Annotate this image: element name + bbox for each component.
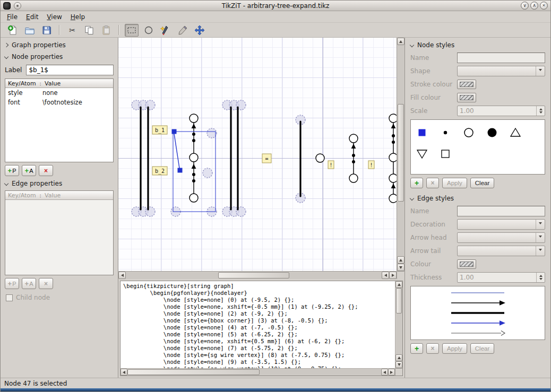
spin-up-icon[interactable]: [539, 273, 543, 277]
menu-view[interactable]: View: [42, 12, 66, 22]
canvas-horizontal-scrollbar[interactable]: [118, 271, 397, 279]
scroll-right-button[interactable]: [388, 369, 395, 376]
add-node-tool-button[interactable]: [142, 24, 156, 37]
edge-style-list[interactable]: [410, 286, 545, 340]
ghost-nodes[interactable]: [132, 100, 305, 216]
draw-tool-button[interactable]: [176, 24, 190, 37]
edge-styles-header[interactable]: Edge styles: [409, 194, 546, 203]
apply-node-styles-button[interactable]: Apply: [442, 178, 467, 188]
scroll-track[interactable]: [127, 369, 381, 376]
graph-wires[interactable]: [141, 107, 300, 210]
cut-button[interactable]: ✂: [65, 24, 79, 37]
cell-value[interactable]: \footnotesize: [42, 99, 113, 106]
canvas-vertical-scrollbar[interactable]: [397, 38, 404, 271]
scroll-down-button[interactable]: [397, 264, 404, 271]
node-styles-header[interactable]: Node styles: [409, 40, 546, 50]
edge-properties-table[interactable]: Key/Atom : Value: [5, 190, 114, 275]
scale-value-input[interactable]: [458, 107, 536, 115]
spin-down-icon[interactable]: [539, 111, 543, 115]
graph-drawing[interactable]: b_1 b_2 = !: [118, 38, 397, 271]
clear-edge-styles-button[interactable]: Clear: [470, 343, 494, 354]
edge-style-item[interactable]: [411, 288, 545, 298]
edge-style-item[interactable]: [411, 298, 545, 308]
select-tool-button[interactable]: [125, 24, 139, 37]
cell-key[interactable]: style: [5, 89, 42, 97]
add-property-button[interactable]: +P: [5, 165, 19, 176]
scroll-left-button[interactable]: [120, 369, 127, 376]
graph-properties-header[interactable]: Graph properties: [4, 40, 115, 50]
spin-down-icon[interactable]: [539, 278, 543, 282]
add-property-button[interactable]: +P: [5, 278, 19, 289]
add-atom-button[interactable]: +A: [22, 165, 36, 176]
table-row[interactable]: font \footnotesize: [5, 98, 113, 107]
new-file-button[interactable]: [6, 24, 20, 37]
menu-help[interactable]: Help: [66, 12, 89, 22]
graph-edges[interactable]: [194, 123, 393, 194]
remove-node-style-button[interactable]: ×: [426, 178, 439, 188]
node-style-name-input[interactable]: [457, 53, 545, 63]
scroll-up-button[interactable]: [397, 38, 404, 45]
edge-colour-button[interactable]: [457, 259, 476, 269]
child-node-checkbox[interactable]: [6, 294, 13, 301]
edge-style-item[interactable]: [411, 308, 545, 318]
node-shape-select[interactable]: [457, 66, 545, 76]
scale-spinner[interactable]: [457, 106, 545, 116]
scroll-left-button[interactable]: [118, 272, 126, 279]
edge-style-item[interactable]: [411, 318, 545, 328]
code-editor[interactable]: \begin{tikzpicture}[string graph] \begin…: [120, 281, 395, 368]
scroll-thumb[interactable]: [127, 369, 260, 375]
scroll-thumb[interactable]: [396, 288, 402, 313]
apply-edge-styles-button[interactable]: Apply: [442, 343, 467, 354]
menu-edit[interactable]: Edit: [22, 12, 42, 22]
scroll-track[interactable]: [395, 288, 402, 354]
add-node-style-button[interactable]: +: [410, 178, 423, 188]
remove-property-button[interactable]: ×: [39, 278, 53, 289]
node-style-item[interactable]: [416, 123, 428, 142]
scroll-left-button[interactable]: [381, 369, 388, 376]
node-style-item[interactable]: [440, 144, 451, 163]
edge-style-name-input[interactable]: [457, 206, 545, 216]
table-body[interactable]: style none font \footnotesize: [5, 88, 113, 162]
arrow-head-select[interactable]: [457, 232, 545, 243]
add-edge-style-button[interactable]: +: [410, 343, 423, 354]
scroll-up-button[interactable]: [397, 256, 404, 264]
maximize-button[interactable]: ∧: [530, 2, 538, 10]
node-properties-header[interactable]: Node properties: [4, 52, 115, 62]
node-style-item[interactable]: [463, 123, 475, 142]
arrow-tail-select[interactable]: [457, 246, 545, 256]
clear-node-styles-button[interactable]: Clear: [470, 178, 494, 188]
stroke-colour-button[interactable]: [457, 80, 476, 89]
remove-edge-style-button[interactable]: ×: [426, 343, 439, 354]
move-tool-button[interactable]: [193, 24, 206, 37]
title-bar[interactable]: TikZiT - arbitrary-tree-expand.tikz ∨ ∧ …: [1, 1, 550, 11]
graph-nodes[interactable]: [190, 114, 397, 203]
node-style-item[interactable]: [440, 123, 451, 142]
scroll-track[interactable]: [397, 45, 404, 256]
fill-colour-button[interactable]: [457, 93, 476, 102]
paste-button[interactable]: [99, 24, 113, 37]
copy-button[interactable]: [82, 24, 96, 37]
save-button[interactable]: [40, 24, 54, 37]
node-style-palette[interactable]: [410, 119, 545, 175]
node-style-item[interactable]: [510, 123, 521, 142]
node-properties-table[interactable]: Key/Atom : Value style none font \footno…: [5, 79, 114, 162]
column-value[interactable]: Value: [44, 80, 113, 87]
scroll-right-button[interactable]: [389, 272, 397, 279]
scroll-thumb[interactable]: [218, 272, 290, 278]
node-style-item[interactable]: [486, 123, 498, 142]
table-header[interactable]: Key/Atom : Value: [5, 79, 113, 88]
minimize-button[interactable]: ∨: [521, 2, 529, 10]
open-file-button[interactable]: [23, 24, 37, 37]
code-vertical-scrollbar[interactable]: [395, 281, 402, 368]
cell-key[interactable]: font: [5, 99, 42, 106]
thickness-spinner[interactable]: [457, 272, 545, 283]
cell-value[interactable]: none: [42, 89, 113, 97]
close-button[interactable]: ×: [540, 2, 548, 10]
scroll-up-button[interactable]: [395, 281, 402, 288]
edge-style-item[interactable]: [411, 328, 545, 338]
add-edge-tool-button[interactable]: [159, 24, 173, 37]
scroll-track[interactable]: [126, 272, 382, 279]
scroll-down-button[interactable]: [395, 361, 402, 368]
add-atom-button[interactable]: +A: [22, 278, 36, 289]
code-horizontal-scrollbar[interactable]: [120, 368, 395, 376]
